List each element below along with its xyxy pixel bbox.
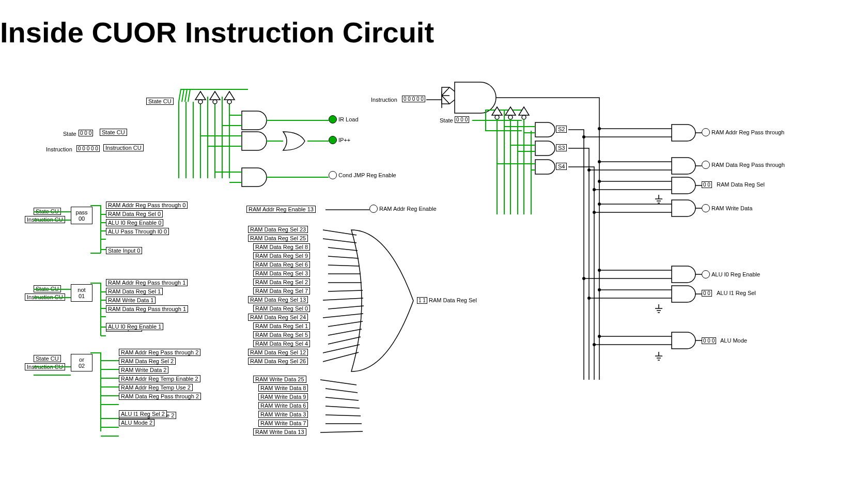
svg-point-6 xyxy=(598,127,601,130)
svg-point-0 xyxy=(198,100,203,104)
svg-point-8 xyxy=(598,180,601,183)
svg-point-14 xyxy=(587,168,591,172)
circuit-canvas: State 0 0 0 State CU Instruction 0 0 0 0… xyxy=(0,59,868,496)
svg-point-5 xyxy=(522,115,526,119)
svg-point-2 xyxy=(227,100,231,104)
title-left: Inside CU xyxy=(0,16,133,49)
svg-point-4 xyxy=(508,115,513,119)
svg-point-7 xyxy=(598,160,601,163)
svg-point-9 xyxy=(598,203,601,206)
svg-point-3 xyxy=(495,115,499,119)
svg-point-19 xyxy=(593,343,596,346)
title-right: OR Instruction Circuit xyxy=(133,16,434,49)
wiring-svg xyxy=(0,59,868,496)
svg-point-18 xyxy=(587,297,591,300)
svg-point-15 xyxy=(593,188,596,191)
svg-point-12 xyxy=(598,335,601,338)
svg-point-16 xyxy=(593,211,596,214)
svg-point-17 xyxy=(582,277,585,280)
svg-point-1 xyxy=(213,100,217,104)
svg-point-11 xyxy=(598,288,601,291)
svg-point-13 xyxy=(582,135,585,138)
svg-point-10 xyxy=(598,269,601,272)
